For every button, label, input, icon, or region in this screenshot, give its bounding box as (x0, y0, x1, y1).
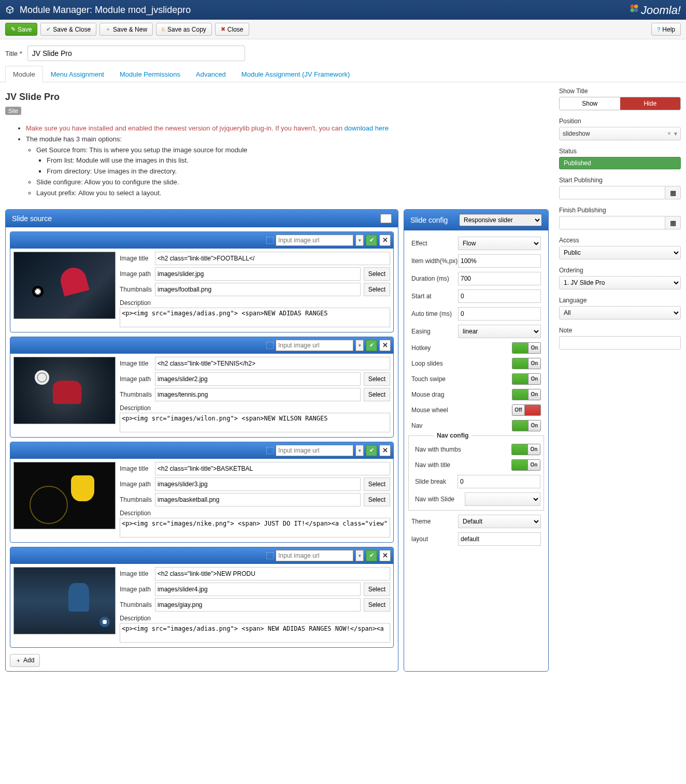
access-select[interactable]: Public (559, 246, 681, 259)
drag-handle-icon[interactable] (266, 447, 274, 454)
check-icon[interactable]: ✔ (366, 340, 377, 351)
chevron-down-icon[interactable]: ▾ (355, 340, 364, 351)
tab-module-permissions[interactable]: Module Permissions (112, 66, 188, 82)
save-new-button[interactable]: ＋Save & New (99, 23, 153, 36)
drag-toggle[interactable]: On (512, 389, 541, 400)
drag-handle-icon[interactable] (266, 552, 274, 559)
effect-select[interactable]: Flow (458, 237, 541, 250)
nav-slide-select[interactable] (465, 492, 540, 506)
calendar-icon[interactable]: ▦ (665, 216, 681, 229)
image-url-input[interactable] (276, 550, 353, 561)
item-width-input[interactable] (458, 254, 541, 268)
nav-thumbs-toggle[interactable]: On (511, 444, 540, 455)
select-button[interactable]: Select (364, 598, 390, 612)
select-button[interactable]: Select (364, 477, 390, 491)
language-select[interactable]: All (559, 306, 681, 320)
save-button[interactable]: ✎Save (5, 23, 37, 36)
check-icon[interactable]: ✔ (366, 445, 377, 456)
help-button[interactable]: ?Help (651, 23, 681, 36)
drag-handle-icon[interactable] (266, 342, 274, 349)
image-url-input[interactable] (276, 340, 353, 351)
clear-icon[interactable]: × (667, 130, 671, 137)
chevron-down-icon[interactable]: ▾ (355, 235, 364, 246)
close-icon[interactable]: ✕ (379, 445, 391, 456)
status-label: Status (559, 148, 681, 155)
touch-toggle[interactable]: On (512, 373, 541, 385)
add-button[interactable]: ＋ Add (10, 654, 40, 667)
nav-toggle[interactable]: On (512, 420, 541, 431)
slide-source-header: Slide source (12, 214, 52, 223)
theme-select[interactable]: Default (458, 515, 541, 528)
image-path-input[interactable] (155, 477, 361, 491)
thumbnails-input[interactable] (155, 388, 361, 401)
image-title-input[interactable] (155, 252, 390, 265)
check-icon[interactable]: ✔ (366, 235, 377, 246)
easing-select[interactable]: linear (458, 325, 541, 338)
image-path-input[interactable] (155, 267, 361, 281)
select-button[interactable]: Select (364, 583, 390, 596)
title-label: Title * (5, 50, 22, 57)
check-icon[interactable]: ✔ (366, 550, 377, 561)
image-title-input[interactable] (155, 357, 390, 370)
layout-input[interactable] (458, 532, 541, 546)
select-button[interactable]: Select (364, 493, 390, 506)
slide-item: ▾ ✔ ✕ Image title Image pathSelect Thumb… (10, 337, 394, 438)
sidebar: Show Title Show Hide Position slideshow … (559, 88, 681, 672)
select-button[interactable]: Select (364, 283, 390, 296)
hide-button[interactable]: Hide (620, 97, 681, 110)
select-button[interactable]: Select (364, 372, 390, 386)
save-close-button[interactable]: ✔Save & Close (40, 23, 96, 36)
description-textarea[interactable]: <p><img src="images/nike.png"> <span> JU… (120, 518, 390, 538)
loop-toggle[interactable]: On (512, 358, 541, 369)
image-url-input[interactable] (276, 235, 353, 246)
start-pub-label: Start Publishing (559, 177, 681, 184)
download-link[interactable]: download here (345, 124, 389, 132)
description-textarea[interactable]: <p><img src="images/adias.png"> <span>NE… (120, 308, 390, 327)
ordering-select[interactable]: 1. JV Slide Pro (559, 276, 681, 289)
tab-module[interactable]: Module (5, 66, 43, 82)
thumbnails-input[interactable] (155, 283, 361, 296)
drag-handle-icon[interactable] (266, 237, 274, 244)
note-label: Note (559, 327, 681, 334)
description-textarea[interactable]: <p><img src="images/wilon.png"> <span>NE… (120, 413, 390, 432)
status-value[interactable]: Published (559, 157, 681, 169)
position-select[interactable]: slideshow ×▾ (559, 127, 681, 140)
close-icon[interactable]: ✕ (379, 235, 391, 246)
tab-module-assignment-jv[interactable]: Module Assignment (JV Framework) (234, 66, 358, 82)
tab-menu-assignment[interactable]: Menu Assignment (43, 66, 112, 82)
wheel-toggle[interactable]: Off (512, 404, 541, 416)
slide-thumbnail (13, 357, 116, 424)
close-icon[interactable]: ✕ (379, 340, 391, 351)
image-path-input[interactable] (155, 583, 361, 596)
slider-type-select[interactable]: Responsive slider (459, 214, 542, 226)
description-textarea[interactable]: <p><img src="images/adias.png"> <span> N… (120, 623, 390, 643)
show-button[interactable]: Show (560, 97, 620, 110)
save-copy-button[interactable]: ⎘Save as Copy (156, 23, 212, 36)
select-button[interactable]: Select (364, 388, 390, 401)
thumbnails-input[interactable] (155, 493, 361, 506)
chevron-down-icon[interactable]: ▾ (355, 550, 364, 561)
image-url-input[interactable] (276, 445, 353, 456)
note-input[interactable] (559, 336, 681, 350)
tab-advanced[interactable]: Advanced (188, 66, 234, 82)
start-at-input[interactable] (458, 289, 541, 303)
title-input[interactable] (27, 46, 245, 61)
thumbnails-input[interactable] (155, 598, 361, 612)
access-label: Access (559, 237, 681, 244)
hotkey-toggle[interactable]: On (512, 342, 541, 354)
close-button[interactable]: ✖Close (215, 23, 249, 36)
image-title-input[interactable] (155, 462, 390, 475)
start-pub-input[interactable] (559, 186, 665, 199)
image-title-input[interactable] (155, 567, 390, 580)
select-button[interactable]: Select (364, 267, 390, 281)
calendar-icon[interactable]: ▦ (665, 186, 681, 199)
close-icon[interactable]: ✕ (379, 550, 391, 561)
chevron-down-icon[interactable]: ▾ (355, 445, 364, 456)
slide-break-input[interactable] (458, 475, 540, 488)
panel-toggle-button[interactable] (380, 214, 392, 223)
image-path-input[interactable] (155, 372, 361, 386)
finish-pub-input[interactable] (559, 216, 665, 229)
nav-title-toggle[interactable]: On (511, 459, 540, 471)
duration-input[interactable] (458, 272, 541, 285)
auto-time-input[interactable] (458, 307, 541, 321)
